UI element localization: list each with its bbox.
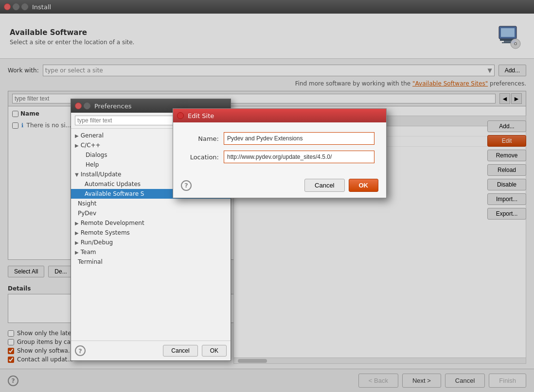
help-button[interactable]: ? — [8, 375, 18, 386]
find-more-row: Find more software by working with the "… — [8, 80, 526, 87]
name-field-row: Name: — [185, 132, 374, 145]
scrollbar-thumb[interactable] — [238, 359, 267, 363]
export-btn[interactable]: Export... — [487, 208, 526, 220]
remove-site-btn[interactable]: Remove — [487, 150, 526, 161]
group-items-checkbox[interactable] — [8, 339, 14, 345]
svg-rect-3 — [504, 41, 512, 42]
cpp-label: C/C++ — [81, 142, 101, 149]
select-all-button[interactable]: Select All — [8, 266, 44, 277]
pref-tree-remote-systems[interactable]: ▶ Remote Systems — [71, 228, 231, 238]
horizontal-scrollbar[interactable] — [234, 358, 526, 363]
pref-bottom-buttons: Cancel OK — [163, 345, 227, 357]
sites-right-buttons: Add... Edit Remove Reload Disable Import… — [487, 120, 526, 220]
install-header: Available Software Select a site or ente… — [0, 14, 534, 59]
header-title: Available Software — [10, 28, 134, 37]
import-btn[interactable]: Import... — [487, 193, 526, 205]
contact-updates-checkbox[interactable] — [8, 357, 14, 363]
pref-tree-terminal[interactable]: Terminal — [71, 257, 231, 267]
pref-tree-team[interactable]: ▶ Team — [71, 247, 231, 257]
show-software-label: Show only softwa... — [17, 347, 73, 354]
nav-left: ? — [8, 375, 18, 386]
install-update-arrow: ▼ — [75, 172, 79, 177]
edit-site-help-button[interactable]: ? — [181, 180, 192, 191]
location-label: Location: — [185, 153, 219, 161]
pref-tree-nsight[interactable]: Nsight — [71, 199, 231, 208]
header-text: Available Software Select a site or ente… — [10, 28, 134, 46]
next-arrow[interactable]: ▶ — [511, 93, 522, 104]
add-site-btn[interactable]: Add... — [487, 120, 526, 132]
install-window: Available Software Select a site or ente… — [0, 14, 534, 392]
work-with-combo[interactable]: type or select a site ▼ — [43, 65, 495, 76]
prev-arrow[interactable]: ◀ — [499, 93, 510, 104]
no-data-text: There is no si... — [27, 122, 71, 129]
auto-updates-label: Automatic Updates — [85, 181, 141, 187]
edit-cancel-button[interactable]: Cancel — [304, 179, 344, 192]
remote-systems-label: Remote Systems — [81, 229, 130, 236]
header-subtitle: Select a site or enter the location of a… — [10, 39, 134, 46]
nav-arrows: ◀ ▶ — [499, 93, 522, 104]
pydev-label: PyDev — [78, 210, 96, 217]
disable-site-btn[interactable]: Disable — [487, 179, 526, 190]
help-label: Help — [79, 161, 99, 168]
dialogs-label: Dialogs — [79, 152, 107, 158]
pref-close-button[interactable] — [75, 102, 82, 109]
pref-tree-remote-dev[interactable]: ▶ Remote Development — [71, 218, 231, 228]
pref-tree-pydev[interactable]: PyDev — [71, 208, 231, 218]
next-button[interactable]: Next > — [402, 374, 441, 388]
work-with-label: Work with: — [8, 67, 39, 74]
available-software-s-label: Available Software S — [85, 190, 144, 197]
edit-site-btn[interactable]: Edit — [487, 135, 526, 147]
team-label: Team — [81, 249, 96, 256]
header-checkbox[interactable] — [12, 111, 18, 117]
pref-window-title: Preferences — [94, 102, 131, 110]
name-input[interactable] — [224, 132, 374, 145]
name-label: Name: — [185, 135, 219, 142]
edit-site-title-bar: Edit Site — [173, 109, 386, 122]
pref-ok-button[interactable]: OK — [202, 345, 227, 357]
window-controls[interactable] — [4, 3, 28, 10]
finish-button[interactable]: Finish — [489, 374, 526, 388]
svg-point-7 — [515, 43, 516, 45]
remote-systems-arrow: ▶ — [75, 230, 79, 236]
reload-site-btn[interactable]: Reload — [487, 164, 526, 176]
nsight-label: Nsight — [78, 200, 97, 207]
pref-tree-run-debug[interactable]: ▶ Run/Debug — [71, 238, 231, 247]
pref-cancel-button[interactable]: Cancel — [163, 345, 197, 357]
close-button[interactable] — [4, 3, 11, 10]
contact-updates-label: Contact all updat... — [17, 356, 73, 363]
title-bar: Install — [0, 0, 534, 14]
remote-dev-label: Remote Development — [81, 220, 144, 226]
pref-minimize-button[interactable] — [84, 102, 90, 109]
show-software-checkbox[interactable] — [8, 348, 14, 354]
cancel-button[interactable]: Cancel — [445, 374, 485, 388]
show-latest-label: Show only the late... — [17, 330, 77, 337]
nav-right: < Back Next > Cancel Finish — [358, 374, 526, 388]
edit-site-dialog: Edit Site Name: Location: ? Cancel OK — [173, 108, 387, 198]
back-button[interactable]: < Back — [358, 374, 398, 388]
edit-site-close-button[interactable] — [177, 112, 184, 119]
nav-bar: ? < Back Next > Cancel Finish — [0, 369, 534, 392]
info-icon: ℹ — [21, 122, 24, 129]
install-icon — [493, 21, 524, 52]
computer-cd-icon — [495, 23, 522, 51]
pref-window-controls[interactable] — [75, 102, 90, 109]
location-field-row: Location: — [185, 151, 374, 163]
combo-arrow: ▼ — [487, 67, 492, 74]
pref-help-button[interactable]: ? — [75, 345, 86, 356]
row-checkbox[interactable] — [12, 122, 18, 129]
pref-bottom: ? Cancel OK — [71, 341, 231, 360]
maximize-button[interactable] — [21, 3, 28, 10]
minimize-button[interactable] — [13, 3, 19, 10]
deselect-button[interactable]: De... — [48, 266, 73, 277]
general-label: General — [81, 132, 104, 139]
edit-site-body: Name: Location: — [173, 122, 386, 173]
svg-rect-1 — [501, 28, 515, 37]
available-software-sites-link[interactable]: "Available Software Sites" — [412, 80, 488, 87]
edit-site-footer: ? Cancel OK — [173, 173, 386, 198]
add-site-button[interactable]: Add... — [498, 65, 526, 76]
group-items-label: Group items by ca... — [17, 339, 76, 345]
edit-site-action-buttons: Cancel OK — [304, 179, 378, 192]
location-input[interactable] — [224, 151, 374, 163]
show-latest-checkbox[interactable] — [8, 330, 14, 337]
edit-ok-button[interactable]: OK — [349, 179, 379, 192]
